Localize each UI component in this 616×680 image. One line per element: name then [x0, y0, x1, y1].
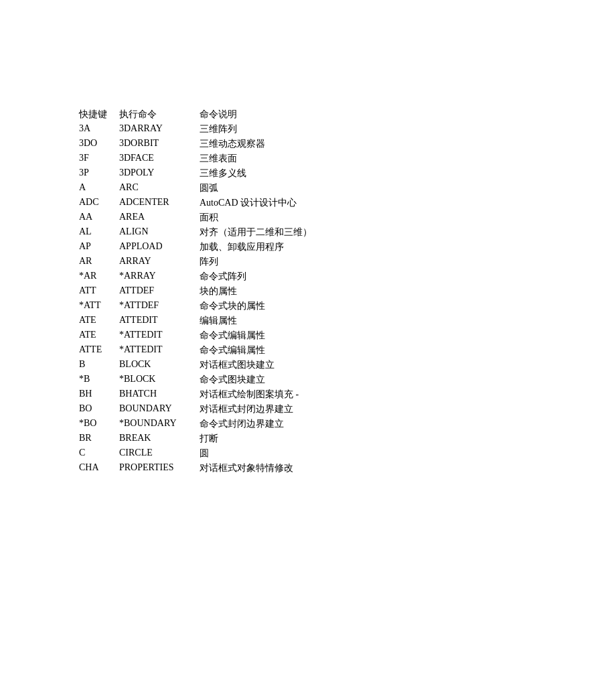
- cell-cmd: ATTEDIT: [119, 314, 200, 328]
- table-row: *AR*ARRAY命令式阵列: [79, 269, 467, 284]
- table-row: ARARRAY阵列: [79, 255, 467, 269]
- cell-cmd: APPLOAD: [119, 240, 200, 255]
- cell-cmd: AREA: [119, 210, 200, 225]
- cell-desc: 编辑属性: [200, 314, 467, 328]
- table-row: 3A3DARRAY三维阵列: [79, 122, 467, 137]
- table-row: BRBREAK打断: [79, 431, 467, 446]
- table-row: ATE*ATTEDIT命令式编辑属性: [79, 328, 467, 343]
- cell-key: 3P: [79, 166, 119, 181]
- table-header-row: 快捷键 执行命令 命令说明: [79, 107, 467, 122]
- cell-key: A: [79, 181, 119, 196]
- cell-key: *AR: [79, 269, 119, 284]
- main-content: 快捷键 执行命令 命令说明 3A3DARRAY三维阵列3DO3DORBIT三维动…: [0, 107, 616, 476]
- cell-cmd: ADCENTER: [119, 196, 200, 210]
- cell-key: AP: [79, 240, 119, 255]
- cell-key: *B: [79, 372, 119, 387]
- cell-desc: 对齐（适用于二维和三维）: [200, 225, 467, 240]
- cell-desc: 三维阵列: [200, 122, 467, 137]
- cell-desc: 命令式图块建立: [200, 372, 467, 387]
- cell-cmd: *ARRAY: [119, 269, 200, 284]
- cell-desc: 对话框式对象特情修改: [200, 461, 467, 476]
- cell-cmd: *ATTDEF: [119, 299, 200, 314]
- cell-desc: 命令式块的属性: [200, 299, 467, 314]
- table-row: ATEATTEDIT编辑属性: [79, 314, 467, 328]
- cell-key: AA: [79, 210, 119, 225]
- table-row: 3F3DFACE三维表面: [79, 151, 467, 166]
- cell-key: AR: [79, 255, 119, 269]
- cell-desc: 圆弧: [200, 181, 467, 196]
- table-row: ADCADCENTERAutoCAD 设计设计中心: [79, 196, 467, 210]
- cell-cmd: ATTDEF: [119, 284, 200, 299]
- cell-desc: 命令式阵列: [200, 269, 467, 284]
- table-row: *ATT*ATTDEF命令式块的属性: [79, 299, 467, 314]
- cell-key: B: [79, 358, 119, 372]
- table-row: BOBOUNDARY对话框式封闭边界建立: [79, 402, 467, 417]
- cell-key: BR: [79, 431, 119, 446]
- cell-desc: 圆: [200, 446, 467, 461]
- table-row: 3P3DPOLY三维多义线: [79, 166, 467, 181]
- table-row: *BO*BOUNDARY命令式封闭边界建立: [79, 417, 467, 431]
- cell-cmd: BOUNDARY: [119, 402, 200, 417]
- cell-desc: 对话框式绘制图案填充 -: [200, 387, 467, 402]
- cell-desc: 三维表面: [200, 151, 467, 166]
- cell-desc: 加载、卸载应用程序: [200, 240, 467, 255]
- cell-key: 3A: [79, 122, 119, 137]
- cell-key: C: [79, 446, 119, 461]
- cell-cmd: *ATTEDIT: [119, 328, 200, 343]
- cell-cmd: BREAK: [119, 431, 200, 446]
- table-row: BBLOCK对话框式图块建立: [79, 358, 467, 372]
- cell-desc: 命令式编辑属性: [200, 343, 467, 358]
- table-row: ALALIGN对齐（适用于二维和三维）: [79, 225, 467, 240]
- cell-key: *ATT: [79, 299, 119, 314]
- cell-cmd: ARRAY: [119, 255, 200, 269]
- cell-cmd: BLOCK: [119, 358, 200, 372]
- cell-desc: 三维动态观察器: [200, 137, 467, 151]
- cell-key: *BO: [79, 417, 119, 431]
- cell-desc: 面积: [200, 210, 467, 225]
- cell-cmd: ARC: [119, 181, 200, 196]
- cell-key: ATT: [79, 284, 119, 299]
- cell-key: ATE: [79, 314, 119, 328]
- cell-cmd: 3DFACE: [119, 151, 200, 166]
- cell-desc: 命令式封闭边界建立: [200, 417, 467, 431]
- table-body: 3A3DARRAY三维阵列3DO3DORBIT三维动态观察器3F3DFACE三维…: [79, 122, 467, 476]
- cell-desc: 三维多义线: [200, 166, 467, 181]
- header-key: 快捷键: [79, 107, 119, 122]
- table-row: ATTE*ATTEDIT命令式编辑属性: [79, 343, 467, 358]
- cell-desc: 块的属性: [200, 284, 467, 299]
- cell-desc: 打断: [200, 431, 467, 446]
- cell-desc: AutoCAD 设计设计中心: [200, 196, 467, 210]
- table-row: APAPPLOAD加载、卸载应用程序: [79, 240, 467, 255]
- cell-key: BO: [79, 402, 119, 417]
- table-row: CCIRCLE圆: [79, 446, 467, 461]
- cell-cmd: CIRCLE: [119, 446, 200, 461]
- cell-key: ATTE: [79, 343, 119, 358]
- table-row: ATTATTDEF块的属性: [79, 284, 467, 299]
- table-row: BHBHATCH对话框式绘制图案填充 -: [79, 387, 467, 402]
- table-row: AARC圆弧: [79, 181, 467, 196]
- cell-cmd: ALIGN: [119, 225, 200, 240]
- table-row: 3DO3DORBIT三维动态观察器: [79, 137, 467, 151]
- header-cmd: 执行命令: [119, 107, 200, 122]
- cell-cmd: 3DARRAY: [119, 122, 200, 137]
- header-desc: 命令说明: [200, 107, 467, 122]
- cell-cmd: *ATTEDIT: [119, 343, 200, 358]
- cell-desc: 命令式编辑属性: [200, 328, 467, 343]
- cell-key: 3DO: [79, 137, 119, 151]
- table-row: AAAREA面积: [79, 210, 467, 225]
- cell-desc: 对话框式封闭边界建立: [200, 402, 467, 417]
- cell-key: AL: [79, 225, 119, 240]
- shortcut-table: 快捷键 执行命令 命令说明 3A3DARRAY三维阵列3DO3DORBIT三维动…: [79, 107, 467, 476]
- cell-key: ADC: [79, 196, 119, 210]
- cell-key: CHA: [79, 461, 119, 476]
- cell-key: BH: [79, 387, 119, 402]
- table-row: *B*BLOCK命令式图块建立: [79, 372, 467, 387]
- cell-cmd: *BOUNDARY: [119, 417, 200, 431]
- cell-desc: 阵列: [200, 255, 467, 269]
- cell-cmd: BHATCH: [119, 387, 200, 402]
- cell-cmd: 3DPOLY: [119, 166, 200, 181]
- cell-key: 3F: [79, 151, 119, 166]
- cell-cmd: PROPERTIES: [119, 461, 200, 476]
- cell-cmd: *BLOCK: [119, 372, 200, 387]
- table-row: CHAPROPERTIES对话框式对象特情修改: [79, 461, 467, 476]
